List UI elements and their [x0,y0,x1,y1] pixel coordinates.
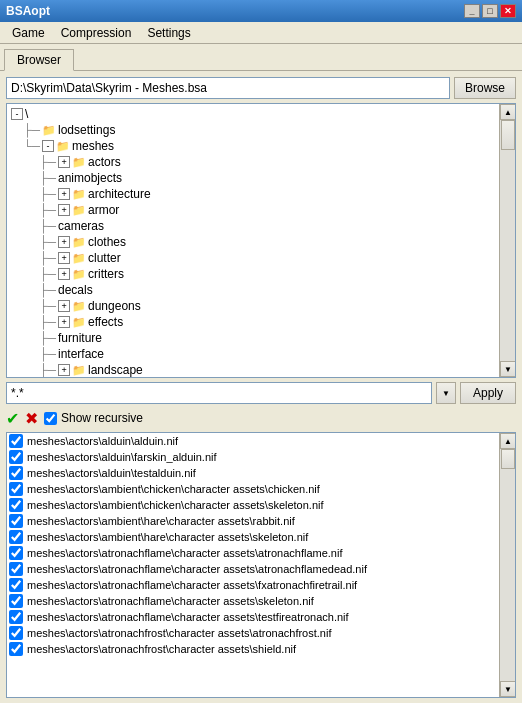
file-checkbox[interactable] [9,498,23,512]
file-list-item[interactable]: meshes\actors\ambient\hare\character ass… [7,513,499,529]
filter-input[interactable] [6,382,432,404]
file-checkbox[interactable] [9,578,23,592]
filepath-input[interactable] [6,77,450,99]
expander-architecture[interactable]: + [58,188,70,200]
file-path-label: meshes\actors\alduin\farskin_alduin.nif [27,451,217,463]
scroll-down-btn[interactable]: ▼ [500,361,516,377]
file-checkbox[interactable] [9,530,23,544]
tree-item-clothes[interactable]: ├─ + 📁 clothes [7,234,499,250]
tree-item-clutter[interactable]: ├─ + 📁 clutter [7,250,499,266]
tree-content[interactable]: - \ ├─ 📁 lodsettings └─ - 📁 meshes ├ [7,104,499,377]
check-all-button[interactable]: ✔ [6,409,19,428]
file-checkbox[interactable] [9,466,23,480]
file-checkbox[interactable] [9,610,23,624]
expander-actors[interactable]: + [58,156,70,168]
file-checkbox[interactable] [9,546,23,560]
file-list-item[interactable]: meshes\actors\ambient\hare\character ass… [7,529,499,545]
folder-icon-clutter: 📁 [72,252,86,265]
file-list-item[interactable]: meshes\actors\alduin\farskin_alduin.nif [7,449,499,465]
file-scroll-thumb[interactable] [501,449,515,469]
file-checkbox[interactable] [9,482,23,496]
tree-item-effects[interactable]: ├─ + 📁 effects [7,314,499,330]
file-checkbox[interactable] [9,594,23,608]
tree-item-furniture[interactable]: ├─ furniture [7,330,499,346]
tree-line-critters: ├─ [39,267,56,281]
folder-icon-dungeons: 📁 [72,300,86,313]
uncheck-all-button[interactable]: ✖ [25,409,38,428]
maximize-button[interactable]: □ [482,4,498,18]
file-list-item[interactable]: meshes\actors\atronachfrost\character as… [7,641,499,657]
menu-compression[interactable]: Compression [53,24,140,42]
file-list-item[interactable]: meshes\actors\atronachflame\character as… [7,609,499,625]
expander-clutter[interactable]: + [58,252,70,264]
file-list-content[interactable]: meshes\actors\alduin\alduin.nifmeshes\ac… [7,433,499,697]
folder-icon: 📁 [42,124,56,137]
file-checkbox[interactable] [9,642,23,656]
tree-item-cameras[interactable]: ├─ cameras [7,218,499,234]
expander-clothes[interactable]: + [58,236,70,248]
apply-button[interactable]: Apply [460,382,516,404]
expander-armor[interactable]: + [58,204,70,216]
show-recursive-label[interactable]: Show recursive [44,411,143,425]
scroll-up-btn[interactable]: ▲ [500,104,516,120]
tree-item-interface[interactable]: ├─ interface [7,346,499,362]
file-list-item[interactable]: meshes\actors\atronachflame\character as… [7,577,499,593]
menu-settings[interactable]: Settings [139,24,198,42]
tab-browser[interactable]: Browser [4,49,74,71]
minimize-button[interactable]: _ [464,4,480,18]
folder-icon-critters: 📁 [72,268,86,281]
title-bar: BSAopt _ □ ✕ [0,0,522,22]
file-list-item[interactable]: meshes\actors\atronachflame\character as… [7,561,499,577]
file-checkbox[interactable] [9,626,23,640]
file-list-item[interactable]: meshes\actors\ambient\chicken\character … [7,481,499,497]
tree-label-animobjects: animobjects [58,171,122,185]
tree-item-animobjects[interactable]: ├─ animobjects [7,170,499,186]
scroll-track[interactable] [500,120,515,361]
expander-effects[interactable]: + [58,316,70,328]
tree-label-dungeons: dungeons [88,299,141,313]
file-checkbox[interactable] [9,434,23,448]
tree-line-cam: ├─ [39,219,56,233]
tree-item-architecture[interactable]: ├─ + 📁 architecture [7,186,499,202]
file-list-item[interactable]: meshes\actors\alduin\alduin.nif [7,433,499,449]
close-button[interactable]: ✕ [500,4,516,18]
file-checkbox[interactable] [9,514,23,528]
file-list-item[interactable]: meshes\actors\atronachfrost\character as… [7,625,499,641]
tree-item-root[interactable]: - \ [7,106,499,122]
tree-line-decals: ├─ [39,283,56,297]
file-list-item[interactable]: meshes\actors\alduin\testalduin.nif [7,465,499,481]
tree-line-anim: ├─ [39,171,56,185]
show-recursive-checkbox[interactable] [44,412,57,425]
expander-critters[interactable]: + [58,268,70,280]
tree-label-critters: critters [88,267,124,281]
scroll-thumb[interactable] [501,120,515,150]
tree-panel: - \ ├─ 📁 lodsettings └─ - 📁 meshes ├ [6,103,516,378]
file-path-label: meshes\actors\ambient\chicken\character … [27,499,324,511]
tree-line-effects: ├─ [39,315,56,329]
filter-dropdown[interactable]: ▼ [436,382,456,404]
expander-meshes[interactable]: - [42,140,54,152]
file-list-item[interactable]: meshes\actors\ambient\chicken\character … [7,497,499,513]
menu-game[interactable]: Game [4,24,53,42]
file-scroll-track[interactable] [500,449,515,681]
expander-dungeons[interactable]: + [58,300,70,312]
file-list-item[interactable]: meshes\actors\atronachflame\character as… [7,545,499,561]
tree-item-actors[interactable]: ├─ + 📁 actors [7,154,499,170]
tree-item-decals[interactable]: ├─ decals [7,282,499,298]
tree-label-meshes: meshes [72,139,114,153]
tree-item-armor[interactable]: ├─ + 📁 armor [7,202,499,218]
file-list-item[interactable]: meshes\actors\atronachflame\character as… [7,593,499,609]
expander-root[interactable]: - [11,108,23,120]
file-checkbox[interactable] [9,562,23,576]
tree-item-dungeons[interactable]: ├─ + 📁 dungeons [7,298,499,314]
file-scroll-down-btn[interactable]: ▼ [500,681,516,697]
tree-line-furniture: ├─ [39,331,56,345]
tree-item-critters[interactable]: ├─ + 📁 critters [7,266,499,282]
tree-item-lodsettings[interactable]: ├─ 📁 lodsettings [7,122,499,138]
tree-item-meshes[interactable]: └─ - 📁 meshes [7,138,499,154]
tree-item-landscape[interactable]: ├─ + 📁 landscape [7,362,499,377]
expander-landscape[interactable]: + [58,364,70,376]
file-checkbox[interactable] [9,450,23,464]
file-scroll-up-btn[interactable]: ▲ [500,433,516,449]
browse-button[interactable]: Browse [454,77,516,99]
